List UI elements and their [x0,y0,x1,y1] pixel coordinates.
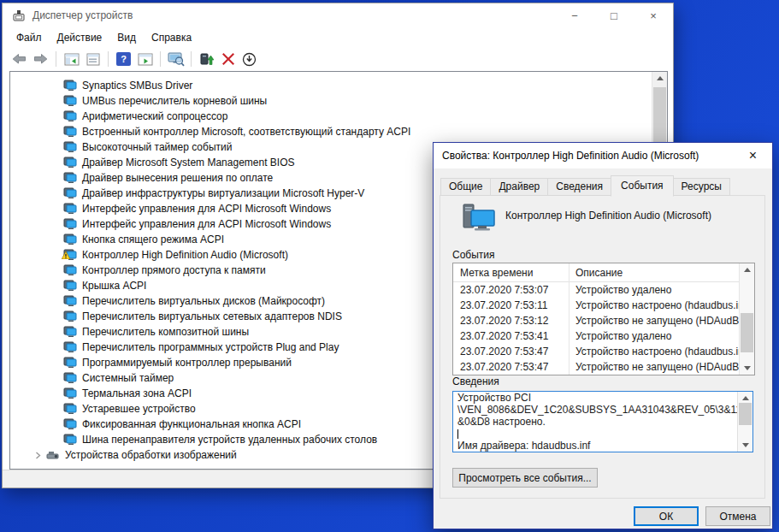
system-device-icon [63,403,77,415]
details-line: &0&D8 настроено. [453,416,738,428]
details-line: Имя драйвера: hdaudbus.inf [453,440,738,452]
tree-item[interactable]: Synaptics SMBus Driver [10,78,667,93]
imaging-device-icon [46,449,60,461]
event-row[interactable]: 23.07.2020 7:53:41Устройство удалено [453,328,754,344]
tree-item-label: Шина перенаправителя устройств удаленных… [82,434,377,446]
tree-category-label: Устройства обработки изображений [65,449,237,461]
event-desc: Устройство не запущено (HDAudB... [569,315,754,327]
system-device-icon [63,126,77,138]
tree-item-label: Высокоточный таймер событий [82,141,232,153]
tree-item-label: Драйвер вынесения решения по оплате [82,172,273,184]
event-desc: Устройство настроено (hdaudbus.inf) [569,299,754,311]
scroll-up-arrow[interactable] [740,263,754,276]
scan-hardware-changes-icon[interactable] [165,50,186,68]
ok-button[interactable]: ОК [634,506,699,526]
tree-item[interactable]: Арифметический сопроцессор [10,109,667,124]
tab-resources[interactable]: Ресурсы [673,178,730,196]
menu-help[interactable]: Справка [144,29,199,46]
tab-events[interactable]: События [611,175,674,197]
system-device-icon [63,95,77,107]
maximize-button[interactable]: □ [594,3,634,27]
system-device-icon [63,249,77,261]
menubar: Файл Действие Вид Справка [3,27,673,48]
close-button[interactable]: × [634,3,673,27]
cancel-button[interactable]: Отмена [705,506,770,526]
properties-icon[interactable] [82,50,103,68]
event-row[interactable]: 23.07.2020 7:53:11Устройство настроено (… [453,298,754,313]
tree-item-label: Крышка ACPI [82,280,146,292]
scrollbar-thumb[interactable] [739,403,752,425]
event-row[interactable]: 23.07.2020 7:53:12Устройство не запущено… [453,313,754,328]
events-table: Метка времени Описание 23.07.2020 7:53:0… [452,263,755,375]
device-manager-icon [12,9,26,22]
menu-file[interactable]: Файл [9,29,50,46]
tree-item-label: Кнопка спящего режима ACPI [82,233,224,245]
tree-item-label: Перечислитель композитной шины [82,326,249,338]
tree-item[interactable]: Встроенный контроллер Microsoft, соответ… [10,124,667,139]
tree-item-label: Драйвер Microsoft System Management BIOS [82,157,295,168]
toolbar-separator [56,51,56,67]
chevron-right-icon[interactable] [34,452,42,459]
scrollbar-thumb[interactable] [653,87,666,147]
text-cursor [457,429,458,439]
help-icon[interactable]: ? [113,50,134,68]
system-device-icon [63,203,77,215]
tab-general[interactable]: Общие [440,178,491,196]
column-divider [569,263,569,375]
tree-item-label: Synaptics SMBus Driver [82,80,192,92]
menu-action[interactable]: Действие [50,29,110,46]
event-row[interactable]: 23.07.2020 7:53:47Устройство настроено (… [453,344,754,359]
system-device-icon [63,418,77,430]
tree-item-label: Интерфейс управления для ACPI Microsoft … [82,203,331,215]
details-line: \VEN_8086&DEV_1C20&SUBSYS_1AA31043&REV_0… [453,404,738,416]
titlebar: Диспетчер устройств − □ × [3,3,673,27]
toolbar-separator [160,51,161,67]
scroll-up-arrow[interactable] [652,72,667,85]
show-console-tree-icon[interactable] [61,50,82,68]
uninstall-device-icon[interactable] [217,50,239,68]
dialog-close-icon[interactable]: × [734,143,772,168]
system-device-icon [63,326,77,338]
forward-icon[interactable] [30,50,51,68]
system-device-icon [63,233,77,245]
menu-view[interactable]: Вид [109,29,144,46]
column-header-timestamp[interactable]: Метка времени [453,267,569,279]
event-time: 23.07.2020 7:53:12 [453,315,569,327]
properties-dialog: Свойства: Контроллер High Definition Aud… [433,142,773,529]
scroll-down-arrow[interactable] [738,439,752,452]
event-row[interactable]: 23.07.2020 7:53:47Устройство не запущено… [453,359,754,375]
details-scrollbar[interactable] [737,392,752,452]
action-pane-icon[interactable] [134,50,156,68]
details-textbox[interactable]: Устройство PCI \VEN_8086&DEV_1C20&SUBSYS… [452,391,753,452]
tab-driver[interactable]: Драйвер [490,178,548,196]
tree-item-label: Арифметический сопроцессор [82,110,227,122]
event-row[interactable]: 23.07.2020 7:53:07Устройство удалено [453,282,754,298]
system-device-icon [63,157,77,168]
svg-text:?: ? [121,54,127,64]
back-icon[interactable] [9,50,30,68]
tree-item-label: Контроллер High Definition Audio (Micros… [82,249,288,261]
system-device-icon [63,341,77,353]
disable-device-icon[interactable] [239,50,260,68]
event-desc: Устройство не запущено (HDAudB... [569,361,754,373]
events-scrollbar[interactable] [739,263,754,375]
event-time: 23.07.2020 7:53:41 [453,330,569,342]
scrollbar-thumb[interactable] [741,313,753,352]
event-time: 23.07.2020 7:53:11 [453,299,569,311]
column-header-description[interactable]: Описание [569,267,754,279]
tree-item-label: Драйвер инфраструктуры виртуализации Mic… [82,187,364,199]
system-device-icon [63,141,77,153]
tree-item-label: Интерфейс управления для ACPI Microsoft … [82,218,331,230]
system-device-icon [63,80,77,92]
update-driver-icon[interactable] [196,50,217,68]
event-desc: Устройство удалено [569,330,754,342]
events-section-label: События [452,249,495,261]
system-device-icon [63,295,77,307]
tree-item-label: Перечислитель виртуальных дисков (Майкро… [82,295,325,307]
minimize-button[interactable]: − [555,3,594,27]
tree-item[interactable]: UMBus перечислитель корневой шины [10,93,667,109]
tab-details[interactable]: Сведения [547,178,611,196]
system-device-icon [63,434,77,446]
scroll-down-arrow[interactable] [740,362,754,375]
view-all-events-button[interactable]: Просмотреть все события... [452,468,598,488]
